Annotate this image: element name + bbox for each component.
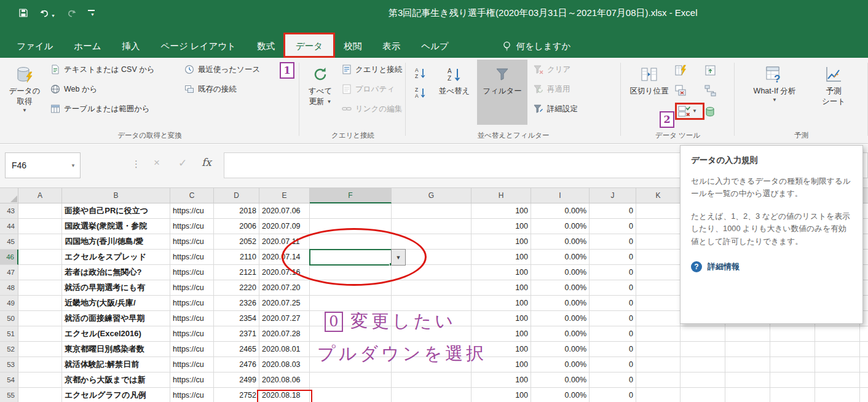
cell[interactable]: 0.00% [531,357,590,372]
cell[interactable]: 0 [590,296,636,311]
queries-connections-button[interactable]: クエリと接続 [339,61,404,77]
cell[interactable]: 面接や自己PRに役立つ [62,203,170,219]
cell[interactable]: 2020.07.25 [259,296,310,311]
cell[interactable]: 2499 [214,372,259,388]
tab-data[interactable]: データ [285,34,333,58]
cell[interactable]: 2465 [214,342,259,357]
cell[interactable]: 2371 [214,326,259,342]
row-header-46[interactable]: 46 [0,250,18,265]
cell[interactable]: 100 [471,357,531,372]
column-header-F[interactable]: F [310,188,392,203]
cancel-button[interactable]: × [154,157,160,169]
cell[interactable] [310,388,392,402]
data-validation-button[interactable] [678,105,690,117]
cell[interactable] [860,342,868,357]
from-web-button[interactable]: Web から [48,81,157,97]
cell[interactable]: 2006 [214,219,259,234]
validation-dropdown-button[interactable]: ▼ [391,249,406,266]
cell[interactable] [392,234,471,250]
cell[interactable] [815,342,860,357]
cell[interactable]: https://cu [170,250,214,265]
row-header-43[interactable]: 43 [0,203,18,219]
cell[interactable] [860,372,868,388]
cell[interactable]: 東京都曜日別感染者数 [62,342,170,357]
from-table-range-button[interactable]: テーブルまたは範囲から [48,101,157,117]
cell[interactable]: 2020.07.06 [259,203,310,219]
column-header-K[interactable]: K [636,188,681,203]
cell[interactable] [636,250,681,265]
cell[interactable]: 0 [590,388,636,402]
cell[interactable]: 0 [590,357,636,372]
row-header-44[interactable]: 44 [0,219,18,234]
cell[interactable]: 2020.08.03 [259,357,310,372]
cell[interactable] [636,203,681,219]
cell[interactable]: 0.00% [531,342,590,357]
row-header-51[interactable]: 51 [0,326,18,342]
from-text-csv-button[interactable]: テキストまたは CSV から [48,61,157,77]
cell[interactable] [18,311,62,326]
existing-connections-button[interactable]: 既存の接続 [182,81,262,97]
tab-view[interactable]: 表示 [372,34,411,58]
clear-filter-button[interactable]: クリア [531,61,580,77]
cell[interactable]: 就活の面接練習や早期 [62,311,170,326]
row-header-45[interactable]: 45 [0,234,18,250]
cell[interactable] [860,357,868,372]
cell[interactable]: 2110 [214,250,259,265]
cell[interactable] [18,265,62,280]
cell[interactable] [310,357,392,372]
advanced-filter-button[interactable]: 詳細設定 [531,101,580,117]
cell[interactable]: 0 [590,234,636,250]
get-data-button[interactable]: データの 取得 ▼ [4,60,45,125]
sort-descending-button[interactable]: ZA [411,84,430,101]
cell[interactable]: 京都から大阪までは新 [62,372,170,388]
cell[interactable] [18,388,62,402]
cell[interactable] [725,357,770,372]
insert-function-button[interactable]: fx [202,156,211,168]
cell[interactable]: 2020.08.18 [259,388,310,402]
tab-review[interactable]: 校閲 [333,34,372,58]
cell[interactable]: 就活体験記:解禁日前 [62,357,170,372]
cell[interactable] [636,388,681,402]
cell[interactable]: https://cu [170,357,214,372]
cell[interactable] [770,357,815,372]
cell[interactable]: 0.00% [531,388,590,402]
cell[interactable]: 四国地方(香川/徳島/愛 [62,234,170,250]
cell[interactable] [310,203,392,219]
row-header-47[interactable]: 47 [0,265,18,280]
reapply-filter-button[interactable]: 再適用 [531,81,580,97]
cell[interactable] [725,388,770,402]
customize-qat-button[interactable]: ▼ [88,10,95,17]
cell[interactable] [18,250,62,265]
cell[interactable]: 2326 [214,296,259,311]
cell[interactable] [310,311,392,326]
column-header-B[interactable]: B [62,188,170,203]
cell[interactable]: 100 [471,203,531,219]
refresh-all-button[interactable]: すべて 更新▼ [302,60,338,125]
cell[interactable] [860,388,868,402]
cell[interactable]: 0.00% [531,280,590,296]
cell[interactable]: 0.00% [531,296,590,311]
tab-page-layout[interactable]: ページ レイアウト [151,34,247,58]
cell[interactable]: 0.00% [531,219,590,234]
cell[interactable] [770,388,815,402]
cell[interactable] [310,280,392,296]
cell[interactable]: 100 [471,326,531,342]
edit-links-button[interactable]: リンクの編集 [339,101,404,117]
cell[interactable]: 0.00% [531,311,590,326]
cell[interactable] [681,326,725,342]
cell[interactable] [636,234,681,250]
cell[interactable] [18,296,62,311]
cell[interactable] [815,357,860,372]
column-header-H[interactable]: H [471,188,531,203]
cell[interactable]: 2354 [214,311,259,326]
tab-help[interactable]: ヘルプ [411,34,459,58]
cell[interactable] [636,296,681,311]
cell[interactable]: 100 [471,388,531,402]
cell[interactable]: 2020.07.27 [259,311,310,326]
cell[interactable]: 0 [590,372,636,388]
cell[interactable] [310,326,392,342]
sort-ascending-button[interactable]: AZ [411,64,430,81]
cell[interactable] [18,342,62,357]
undo-button[interactable]: ▼ [39,9,55,18]
recent-sources-button[interactable]: 最近使ったソース [182,61,262,77]
